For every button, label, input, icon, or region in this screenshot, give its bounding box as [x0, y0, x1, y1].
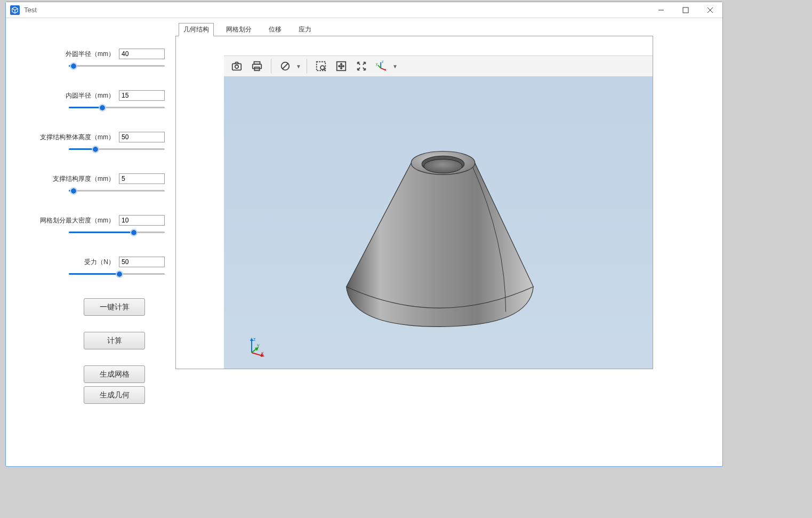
param-height: 支撑结构整体高度（mm） [15, 132, 175, 153]
calculate-button[interactable]: 计算 [84, 332, 145, 349]
svg-text:x: x [385, 68, 387, 71]
pan-icon[interactable] [332, 58, 351, 75]
geometry-render [224, 77, 653, 369]
thickness-slider[interactable] [69, 187, 165, 195]
param-label: 内圆半径（mm） [66, 91, 115, 100]
svg-line-10 [283, 63, 288, 69]
parameters-sidebar: 外圆半径（mm） 内圆半径（mm） 支撑结构整体高度（mm） [15, 25, 175, 457]
axes-icon[interactable]: zxy [372, 58, 391, 75]
svg-line-13 [324, 69, 326, 71]
main-area: 几何结构 网格划分 位移 应力 ▼ [175, 25, 713, 457]
param-label: 受力（N） [84, 258, 115, 267]
svg-rect-7 [253, 64, 262, 68]
param-outer-radius: 外圆半径（mm） [15, 49, 175, 70]
svg-line-26 [252, 353, 262, 356]
zoom-box-icon[interactable] [311, 58, 331, 75]
print-icon[interactable] [247, 58, 267, 75]
mesh-density-input[interactable] [119, 215, 165, 226]
generate-geometry-button[interactable]: 生成几何 [84, 386, 145, 404]
param-thickness: 支撑结构厚度（mm） [15, 173, 175, 195]
tab-stress[interactable]: 应力 [294, 23, 316, 36]
svg-text:z: z [382, 60, 383, 63]
window-title: Test [24, 6, 37, 14]
mesh-density-slider[interactable] [69, 229, 165, 236]
svg-point-23 [424, 159, 462, 173]
param-label: 网格划分最大密度（mm） [40, 216, 115, 225]
fit-extents-icon[interactable] [352, 58, 371, 75]
tab-mesh[interactable]: 网格划分 [221, 23, 256, 36]
axis-gizmo: z x y [245, 337, 267, 358]
param-force: 受力（N） [15, 257, 175, 278]
camera-icon[interactable] [227, 58, 246, 75]
axis-y-label: y [257, 342, 260, 348]
force-input[interactable] [119, 257, 165, 267]
param-label: 外圆半径（mm） [66, 50, 115, 59]
forbid-icon[interactable] [276, 58, 295, 75]
viewport-toolbar: ▼ zxy ▼ [224, 55, 653, 77]
one-click-calculate-button[interactable]: 一键计算 [84, 298, 145, 316]
dropdown-caret-icon[interactable]: ▼ [296, 63, 302, 69]
param-inner-radius: 内圆半径（mm） [15, 90, 175, 111]
close-button[interactable] [698, 2, 722, 18]
outer-radius-slider[interactable] [69, 62, 165, 70]
outer-radius-input[interactable] [119, 49, 165, 59]
svg-point-5 [235, 65, 238, 68]
axis-z-label: z [253, 337, 256, 342]
svg-rect-1 [683, 7, 688, 13]
app-icon [10, 5, 20, 15]
titlebar: Test [6, 2, 722, 18]
axis-x-label: x [261, 350, 264, 356]
tab-displacement[interactable]: 位移 [264, 23, 286, 36]
inner-radius-input[interactable] [119, 90, 165, 101]
height-input[interactable] [119, 132, 165, 142]
inner-radius-slider[interactable] [69, 104, 165, 111]
view-tabs: 几何结构 网格划分 位移 应力 [175, 25, 713, 36]
tab-geometry[interactable]: 几何结构 [179, 23, 214, 36]
thickness-input[interactable] [119, 173, 165, 184]
height-slider[interactable] [69, 146, 165, 153]
dropdown-caret-icon[interactable]: ▼ [392, 63, 399, 69]
param-mesh-density: 网格划分最大密度（mm） [15, 215, 175, 236]
force-slider[interactable] [69, 270, 165, 278]
param-label: 支撑结构厚度（mm） [53, 174, 115, 184]
3d-canvas[interactable]: z x y [224, 77, 653, 369]
maximize-button[interactable] [673, 2, 698, 18]
app-window: Test 外圆半径（mm） 内圆半径（mm） [5, 2, 723, 467]
minimize-button[interactable] [649, 2, 673, 18]
generate-mesh-button[interactable]: 生成网格 [84, 365, 145, 383]
param-label: 支撑结构整体高度（mm） [40, 133, 115, 142]
svg-point-12 [320, 66, 324, 69]
viewport: ▼ zxy ▼ [175, 36, 653, 369]
